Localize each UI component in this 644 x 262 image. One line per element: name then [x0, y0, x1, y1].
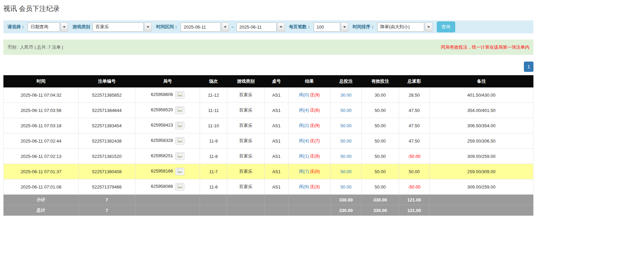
note: 306.50/354.00 [430, 118, 533, 133]
date-range-group: 时间区间： ~ [156, 22, 285, 32]
table-number: AS1 [265, 118, 288, 133]
sort-order-input[interactable] [377, 22, 424, 32]
game-type: 百家乐 [227, 103, 265, 118]
payout-value: 50.00 [409, 169, 420, 174]
bet-records-table: 时间注单编号局号场次游戏类别桌号结果总投注有效投注总派彩备注 2025-06-1… [3, 75, 533, 216]
payout-value: 47.50 [409, 138, 420, 144]
session-number: 11-12 [200, 87, 227, 103]
sort-order-dropdown-button[interactable] [425, 22, 432, 32]
note: 354.00/401.50 [430, 103, 533, 118]
summary-valid-bet: 330.00 [362, 195, 399, 205]
summary-label: 总计 [4, 205, 79, 216]
page-title: 视讯 会员下注纪录 [3, 4, 533, 13]
bet-number: 522571385852 [79, 87, 135, 103]
date-to-input[interactable] [236, 22, 277, 32]
payout-value: -50.00 [408, 184, 420, 190]
filter-bar: 请选择： 游戏类别 时间区间： ~ [3, 20, 533, 33]
result-player: 闲(2) [299, 123, 309, 128]
table-row: 2025-06-11 07:03:56522571384644625958520… [4, 103, 533, 118]
total-bet-link[interactable]: 50.00 [341, 123, 352, 128]
total-bet-link[interactable]: 50.00 [341, 138, 352, 144]
round-cell: 625958251 [135, 149, 200, 164]
round-result-thumbnail-icon [177, 92, 182, 98]
total-bet-link[interactable]: 50.00 [341, 184, 352, 190]
round-cell: 625958328 [135, 133, 200, 149]
game-type-dropdown-button[interactable] [144, 22, 152, 32]
table-number: AS1 [265, 179, 288, 195]
result-banker: 庄(9) [310, 153, 320, 159]
result-banker: 庄(6) [310, 108, 320, 113]
summary-payout: 121.00 [399, 205, 430, 216]
summary-count: 7 [79, 205, 135, 216]
round-cell: 625958166 [135, 164, 200, 179]
result-banker: 庄(0) [310, 169, 320, 174]
round-result-thumbnail-icon [177, 138, 182, 144]
date-range-separator: ~ [231, 24, 234, 30]
game-type-input[interactable] [93, 22, 144, 32]
round-result-button[interactable] [175, 168, 184, 175]
result-banker: 庄(9) [310, 92, 320, 97]
total-bet-link[interactable]: 30.00 [341, 93, 352, 98]
search-button[interactable]: 查询 [437, 21, 455, 32]
caret-down-icon [343, 26, 346, 28]
summary-total-bet: 330.00 [331, 195, 362, 205]
valid-bet: 50.00 [362, 103, 399, 118]
session-number: 11-9 [200, 133, 227, 149]
date-from-input[interactable] [181, 22, 221, 32]
page-size-group: 每页笔数： [289, 22, 348, 32]
summary-count: 7 [79, 195, 135, 205]
round-number: 625958520 [151, 107, 173, 112]
round-result-button[interactable] [175, 91, 184, 99]
table-body: 2025-06-11 07:04:32522571385852625958606… [4, 87, 533, 195]
page-size-dropdown-button[interactable] [341, 22, 348, 32]
round-result-button[interactable] [175, 152, 184, 160]
total-bet-link[interactable]: 50.00 [341, 154, 352, 159]
query-type-label: 请选择： [7, 24, 25, 30]
sort-order-label: 时间排序： [353, 24, 375, 30]
date-from-dropdown-button[interactable] [221, 22, 229, 32]
game-type-label: 游戏类别 [72, 24, 90, 30]
page-size-input[interactable] [314, 22, 340, 32]
note: 309.00/259.00 [430, 149, 533, 164]
summary-payout: 121.00 [399, 195, 430, 205]
bet-time: 2025-06-11 07:01:08 [4, 179, 79, 195]
bet-time: 2025-06-11 07:03:56 [4, 103, 79, 118]
total-bet-link[interactable]: 50.00 [341, 108, 352, 113]
bet-time: 2025-06-11 07:02:44 [4, 133, 79, 149]
round-result-button[interactable] [175, 137, 184, 145]
table-footer: 小计7330.00330.00121.00总计7330.00330.00121.… [4, 195, 533, 216]
date-to-dropdown-button[interactable] [277, 22, 285, 32]
total-bet-cell: 50.00 [331, 133, 362, 149]
summary-empty-cell [430, 205, 533, 216]
summary-empty-cell [288, 205, 331, 216]
page-container: 视讯 会员下注纪录 请选择： 游戏类别 时间区间： ~ [3, 4, 533, 262]
total-bet-link[interactable]: 50.00 [341, 169, 352, 174]
caret-down-icon [427, 26, 430, 28]
game-type-group: 游戏类别 [72, 22, 152, 32]
summary-empty-cell [135, 195, 200, 205]
round-result-button[interactable] [175, 122, 184, 129]
note: 259.00/309.00 [430, 164, 533, 179]
bet-number: 522571381520 [79, 149, 135, 164]
date-from-combobox [181, 22, 229, 32]
query-type-dropdown-button[interactable] [61, 22, 68, 32]
query-type-input[interactable] [28, 22, 60, 32]
summary-empty-cell [200, 195, 227, 205]
session-number: 11-11 [200, 103, 227, 118]
column-header-9: 总派彩 [399, 76, 430, 87]
result-player: 闲(4) [299, 108, 309, 113]
table-row: 2025-06-11 07:02:44522571382438625958328… [4, 133, 533, 149]
date-to-combobox [236, 22, 285, 32]
caret-down-icon [63, 26, 66, 28]
payout-value: -50.00 [408, 154, 420, 159]
page-1-button[interactable]: 1 [524, 62, 533, 72]
table-row: 2025-06-11 07:01:37522571380408625958166… [4, 164, 533, 179]
round-result-button[interactable] [175, 183, 184, 191]
table-number: AS1 [265, 149, 288, 164]
round-result-button[interactable] [175, 107, 184, 114]
total-bet-cell: 50.00 [331, 118, 362, 133]
round-cell: 625958086 [135, 179, 200, 195]
session-number: 11-10 [200, 118, 227, 133]
result-cell: 闲(4)庄(7) [288, 133, 331, 149]
table-header-row: 时间注单编号局号场次游戏类别桌号结果总投注有效投注总派彩备注 [4, 76, 533, 87]
